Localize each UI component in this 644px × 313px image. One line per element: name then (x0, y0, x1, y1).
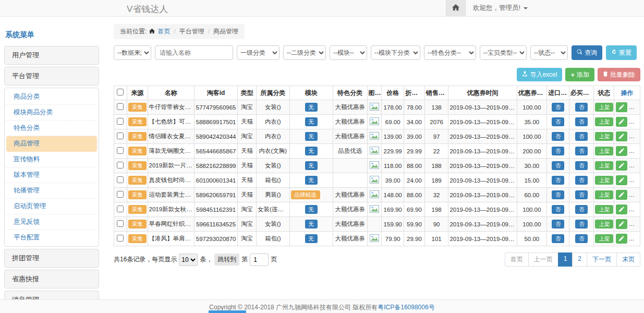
sidebar-subitem-轮播管理[interactable]: 轮播管理 (6, 183, 97, 199)
import-select-toggle[interactable]: 否 (552, 103, 565, 112)
must-buy-toggle[interactable]: 否 (575, 147, 588, 155)
import-select-toggle[interactable]: 否 (552, 176, 565, 185)
sidebar-subitem-宣传物料[interactable]: 宣传物料 (6, 152, 97, 167)
per-page-select[interactable]: 10 (179, 254, 198, 266)
name-cell: 【七色纺】可爱纯棉家... (148, 115, 194, 129)
home-button[interactable] (446, 0, 466, 16)
sidebar-subitem-商品分类[interactable]: 商品分类 (6, 89, 97, 105)
reset-button[interactable]: 重置 (606, 45, 637, 60)
import-select-toggle[interactable]: 否 (552, 190, 565, 199)
import-excel-button[interactable]: 导入excel (517, 68, 562, 81)
discount-price-cell: 88.00 (404, 188, 425, 202)
row-checkbox[interactable] (117, 133, 124, 139)
status-toggle[interactable]: 上架 (595, 117, 613, 126)
filter-select---二级分类--[interactable]: --二级分类-- (283, 45, 326, 60)
filter-select-一级分类[interactable]: 一级分类 (237, 45, 280, 60)
sidebar-subitem-平台配置[interactable]: 平台配置 (6, 230, 97, 245)
page-number-input[interactable] (250, 254, 269, 266)
row-checkbox[interactable] (117, 191, 124, 198)
add-button[interactable]: + 添加 (565, 68, 594, 81)
sidebar-subitem-版本管理[interactable]: 版本管理 (6, 167, 97, 183)
sidebar-subitem-意见反馈[interactable]: 意见反馈 (6, 214, 97, 230)
edit-button[interactable] (616, 190, 627, 200)
row-checkbox[interactable] (117, 118, 124, 125)
status-toggle[interactable]: 上架 (595, 234, 613, 243)
must-buy-toggle[interactable]: 否 (575, 220, 588, 228)
import-select-toggle[interactable]: 否 (552, 161, 565, 170)
sidebar-subitem-特色分类[interactable]: 特色分类 (6, 121, 97, 136)
sidebar-subitem-启动页管理[interactable]: 启动页管理 (6, 199, 97, 214)
row-checkbox[interactable] (117, 235, 124, 242)
edit-button[interactable] (616, 102, 627, 112)
import-select-toggle[interactable]: 否 (552, 205, 565, 214)
breadcrumb-home-link[interactable]: 首页 (157, 27, 170, 36)
pager-item-1[interactable]: 1 (558, 252, 573, 267)
sidebar-item-用户管理[interactable]: 用户管理 (4, 46, 99, 65)
status-toggle[interactable]: 上架 (595, 205, 613, 214)
must-buy-toggle[interactable]: 否 (575, 190, 588, 199)
status-toggle[interactable]: 上架 (595, 147, 613, 155)
jump-button[interactable]: 跳转到 (214, 254, 239, 266)
sidebar-subitem-模块商品分类[interactable]: 模块商品分类 (6, 105, 97, 121)
row-checkbox[interactable] (117, 206, 124, 212)
status-toggle[interactable]: 上架 (595, 190, 613, 199)
pager-item-上一页[interactable]: 上一页 (528, 252, 558, 267)
sidebar-subitem-商品管理[interactable]: 商品管理 (6, 136, 97, 152)
user-menu[interactable]: 欢迎您，管理员! (466, 0, 535, 16)
sidebar-item-平台管理[interactable]: 平台管理 (4, 67, 99, 86)
must-buy-toggle[interactable]: 否 (575, 234, 588, 243)
batch-delete-button[interactable]: 批量删除 (598, 68, 640, 81)
must-buy-toggle[interactable]: 否 (575, 103, 588, 112)
edit-button[interactable] (616, 204, 627, 214)
filter-select---状态--[interactable]: --状态-- (530, 45, 568, 60)
sidebar-item-消息管理[interactable]: 消息管理 (4, 291, 99, 299)
filter-select---特色分类--[interactable]: --特色分类-- (424, 45, 476, 60)
pager-item-末页[interactable]: 末页 (616, 252, 640, 267)
import-select-toggle[interactable]: 否 (552, 117, 565, 126)
edit-button[interactable] (616, 219, 627, 229)
edit-button[interactable] (616, 161, 627, 171)
must-buy-toggle[interactable]: 否 (575, 205, 588, 214)
must-buy-toggle[interactable]: 否 (575, 176, 588, 185)
filter-select---模块--[interactable]: --模块-- (330, 45, 367, 60)
sales-cell: 22 (424, 144, 448, 159)
edit-button[interactable] (616, 131, 627, 141)
status-toggle[interactable]: 上架 (595, 220, 613, 228)
row-checkbox[interactable] (117, 103, 124, 110)
must-buy-toggle[interactable]: 否 (575, 132, 588, 141)
edit-button[interactable] (616, 146, 627, 156)
edit-button[interactable] (616, 175, 627, 185)
search-button[interactable]: 查询 (572, 45, 602, 60)
import-select-toggle[interactable]: 否 (552, 147, 565, 155)
icon-cell (367, 188, 382, 202)
select-all-checkbox[interactable] (117, 89, 124, 95)
filter-select---模块下分类--[interactable]: --模块下分类-- (371, 45, 420, 60)
row-checkbox[interactable] (117, 176, 124, 183)
import-select-toggle[interactable]: 否 (552, 220, 565, 228)
pager-item-2[interactable]: 2 (572, 252, 587, 267)
pager-item-首页[interactable]: 首页 (505, 252, 529, 267)
import-select-toggle[interactable]: 否 (552, 234, 565, 243)
status-toggle[interactable]: 上架 (595, 161, 613, 170)
sidebar-item-省惠快报[interactable]: 省惠快报 (4, 270, 99, 288)
filter-select---宝贝类型--[interactable]: --宝贝类型-- (480, 45, 527, 60)
edit-button[interactable] (616, 234, 627, 244)
bottom-progress-strip (209, 310, 246, 313)
pager-item-下一页[interactable]: 下一页 (587, 252, 617, 267)
status-toggle[interactable]: 上架 (595, 176, 613, 185)
edit-button[interactable] (616, 117, 627, 127)
row-checkbox[interactable] (117, 220, 124, 227)
column-header-进口优选: 进口优选 (547, 86, 569, 100)
name-search-input[interactable] (155, 45, 233, 60)
import-select-toggle[interactable]: 否 (552, 132, 565, 141)
data-source-select[interactable]: --数据来源-- (114, 45, 151, 60)
must-buy-toggle[interactable]: 否 (575, 117, 588, 126)
status-toggle[interactable]: 上架 (595, 132, 613, 141)
row-checkbox[interactable] (117, 147, 124, 154)
icp-link[interactable]: 粤ICP备16098006号 (378, 304, 434, 311)
must-buy-toggle[interactable]: 否 (575, 161, 588, 170)
row-checkbox[interactable] (117, 162, 124, 168)
sidebar-item-拼团管理[interactable]: 拼团管理 (4, 249, 99, 268)
status-toggle[interactable]: 上架 (595, 103, 613, 112)
price-cell: 169.90 (382, 202, 404, 217)
